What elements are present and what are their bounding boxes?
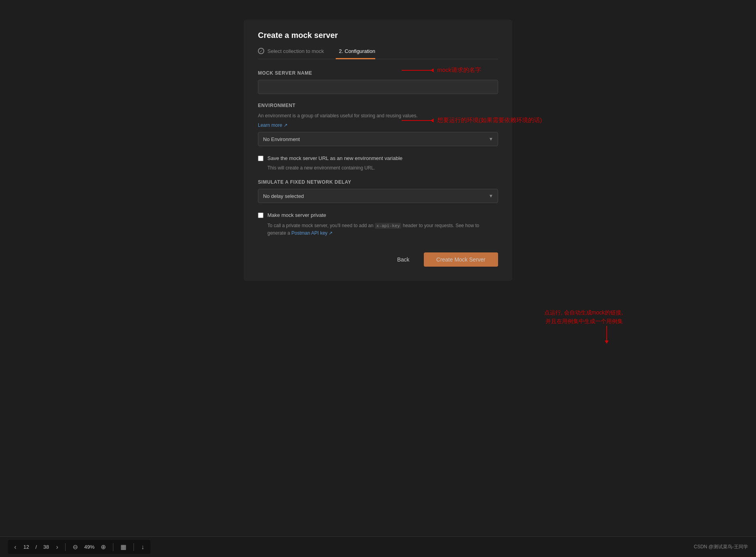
save-url-checkbox[interactable]: [258, 156, 263, 161]
environment-label: Environment: [258, 103, 498, 108]
annotation-env-arrow: [402, 120, 433, 121]
annotation-bottom-arrow-line: [606, 326, 607, 343]
annotation-mock-name-text: mock请求的名字: [437, 66, 481, 74]
annotation-mock-name-arrow: [402, 70, 433, 71]
annotation-environment: 想要运行的环境(如果需要依赖环境的话): [402, 117, 542, 124]
annotation-bottom-line1: 点运行, 会自动生成mock的链接,: [544, 308, 623, 317]
annotation-bottom: 点运行, 会自动生成mock的链接, 并且在用例集中生成一个用例集: [544, 308, 623, 343]
annotation-bottom-arrow-container: [544, 326, 623, 343]
save-url-checkbox-row: Save the mock server URL as an new envir…: [258, 155, 498, 162]
back-button[interactable]: Back: [389, 253, 417, 266]
save-url-section: Save the mock server URL as an new envir…: [258, 155, 498, 171]
page-current: 12: [21, 544, 31, 550]
annotation-env-text: 想要运行的环境(如果需要依赖环境的话): [437, 117, 542, 124]
simulate-delay-section: Simulate a fixed network delay No delay …: [258, 179, 498, 203]
zoom-in-button[interactable]: ⊕: [98, 542, 109, 552]
environment-section: Environment An environment is a group of…: [258, 103, 498, 146]
mock-server-name-input[interactable]: [258, 80, 498, 94]
private-checkbox[interactable]: [258, 213, 263, 218]
page-separator: /: [33, 544, 39, 550]
private-section: Make mock server private To call a priva…: [258, 212, 498, 237]
environment-learn-more-link[interactable]: Learn more ↗: [258, 122, 288, 128]
page-total: 38: [41, 544, 51, 550]
zoom-level: 49%: [83, 544, 96, 550]
previous-page-button[interactable]: ‹: [11, 542, 19, 552]
footer-nav-controls: ‹ 12 / 38 › ⊖ 49% ⊕ ▦ ↓: [8, 540, 150, 554]
create-mock-server-button[interactable]: Create Mock Server: [424, 252, 498, 267]
postman-api-key-link[interactable]: Postman API key ↗: [291, 230, 333, 236]
mock-server-name-section: Mock Server Name: [258, 70, 498, 94]
step-1-check-icon: ✓: [258, 48, 264, 54]
delay-select[interactable]: No delay selected 500ms 1000ms 2000ms: [258, 189, 498, 203]
delay-select-wrapper: No delay selected 500ms 1000ms 2000ms ▼: [258, 189, 498, 203]
step-1-select-collection[interactable]: ✓ Select collection to mock: [258, 48, 324, 59]
action-buttons: Back Create Mock Server: [258, 252, 498, 267]
step-2-label: 2. Configuration: [339, 48, 375, 54]
step-2-configuration[interactable]: 2. Configuration: [336, 48, 375, 59]
save-url-description: This will create a new environment conta…: [267, 165, 498, 171]
fit-page-button[interactable]: ▦: [117, 542, 130, 552]
footer-divider-3: [134, 543, 134, 551]
footer-divider-2: [113, 543, 113, 551]
next-page-button[interactable]: ›: [53, 542, 61, 552]
annotation-bottom-line2: 并且在用例集中生成一个用例集: [544, 317, 623, 326]
steps-navigation: ✓ Select collection to mock 2. Configura…: [258, 48, 498, 59]
simulate-delay-label: Simulate a fixed network delay: [258, 179, 498, 185]
zoom-out-button[interactable]: ⊖: [70, 542, 81, 552]
private-checkbox-row: Make mock server private: [258, 212, 498, 219]
api-key-code: x-api-key: [375, 223, 402, 229]
footer-brand: CSDN @测试菜鸟-王同学: [694, 544, 748, 550]
private-label: Make mock server private: [267, 212, 326, 219]
environment-select-wrapper: No Environment ▼: [258, 132, 498, 146]
create-mock-server-dialog: Create a mock server ✓ Select collection…: [244, 20, 512, 281]
dialog-title: Create a mock server: [258, 31, 498, 40]
save-url-label: Save the mock server URL as an new envir…: [267, 155, 402, 162]
step-1-label: Select collection to mock: [267, 48, 324, 54]
environment-select[interactable]: No Environment: [258, 132, 498, 146]
footer-bar: ‹ 12 / 38 › ⊖ 49% ⊕ ▦ ↓ CSDN @测试菜鸟-王同学: [0, 536, 756, 557]
private-description: To call a private mock server, you'll ne…: [267, 222, 498, 237]
annotation-mock-name: mock请求的名字: [402, 66, 481, 74]
footer-divider-1: [65, 543, 66, 551]
download-button[interactable]: ↓: [138, 542, 147, 552]
